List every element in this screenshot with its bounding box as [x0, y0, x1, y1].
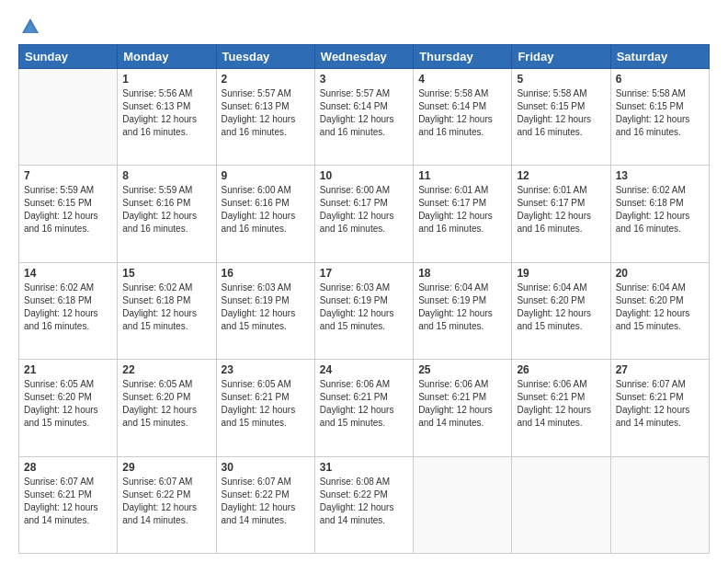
day-number: 25 [418, 363, 506, 376]
day-number: 24 [320, 363, 408, 376]
calendar-cell: 25Sunrise: 6:06 AMSunset: 6:21 PMDayligh… [414, 360, 512, 456]
day-number: 19 [517, 267, 605, 280]
day-info: Sunrise: 5:58 AMSunset: 6:14 PMDaylight:… [418, 87, 506, 139]
calendar-cell: 18Sunrise: 6:04 AMSunset: 6:19 PMDayligh… [414, 262, 512, 359]
calendar-header-thursday: Thursday [414, 45, 512, 69]
day-info: Sunrise: 5:57 AMSunset: 6:14 PMDaylight:… [320, 87, 408, 139]
day-number: 27 [616, 363, 704, 376]
day-number: 10 [320, 169, 408, 182]
calendar-cell [414, 456, 512, 553]
calendar-cell: 20Sunrise: 6:04 AMSunset: 6:20 PMDayligh… [610, 262, 709, 359]
calendar-week-row: 7Sunrise: 5:59 AMSunset: 6:15 PMDaylight… [19, 166, 710, 262]
day-info: Sunrise: 6:02 AMSunset: 6:18 PMDaylight:… [122, 282, 210, 333]
calendar-cell: 27Sunrise: 6:07 AMSunset: 6:21 PMDayligh… [610, 360, 709, 456]
day-number: 30 [222, 461, 310, 474]
calendar-cell: 15Sunrise: 6:02 AMSunset: 6:18 PMDayligh… [118, 262, 216, 359]
day-number: 17 [320, 267, 408, 280]
day-info: Sunrise: 6:08 AMSunset: 6:22 PMDaylight:… [320, 476, 408, 527]
day-number: 3 [320, 73, 408, 86]
day-info: Sunrise: 6:01 AMSunset: 6:17 PMDaylight:… [517, 184, 605, 236]
calendar-cell: 16Sunrise: 6:03 AMSunset: 6:19 PMDayligh… [216, 262, 314, 359]
day-number: 14 [24, 267, 112, 280]
day-number: 12 [517, 169, 605, 182]
logo-icon [20, 17, 40, 37]
day-info: Sunrise: 6:06 AMSunset: 6:21 PMDaylight:… [418, 378, 506, 430]
day-info: Sunrise: 5:59 AMSunset: 6:16 PMDaylight:… [122, 184, 210, 236]
day-number: 16 [222, 267, 310, 280]
day-number: 2 [222, 73, 310, 86]
day-number: 8 [122, 169, 210, 182]
calendar-header-sunday: Sunday [19, 45, 118, 69]
calendar-cell: 28Sunrise: 6:07 AMSunset: 6:21 PMDayligh… [19, 456, 118, 553]
day-number: 7 [24, 169, 112, 182]
calendar-cell: 26Sunrise: 6:06 AMSunset: 6:21 PMDayligh… [512, 360, 610, 456]
calendar-header-tuesday: Tuesday [216, 45, 314, 69]
logo [18, 17, 40, 37]
page-header [18, 17, 710, 37]
day-number: 22 [122, 363, 210, 376]
calendar-cell: 23Sunrise: 6:05 AMSunset: 6:21 PMDayligh… [216, 360, 314, 456]
calendar-cell: 30Sunrise: 6:07 AMSunset: 6:22 PMDayligh… [216, 456, 314, 553]
day-number: 21 [24, 363, 112, 376]
day-info: Sunrise: 6:05 AMSunset: 6:20 PMDaylight:… [24, 378, 112, 430]
day-info: Sunrise: 5:58 AMSunset: 6:15 PMDaylight:… [517, 87, 605, 139]
day-info: Sunrise: 6:05 AMSunset: 6:21 PMDaylight:… [222, 378, 310, 430]
day-info: Sunrise: 6:06 AMSunset: 6:21 PMDaylight:… [517, 378, 605, 430]
calendar-cell: 7Sunrise: 5:59 AMSunset: 6:15 PMDaylight… [19, 166, 118, 262]
calendar-cell: 21Sunrise: 6:05 AMSunset: 6:20 PMDayligh… [19, 360, 118, 456]
calendar-cell: 31Sunrise: 6:08 AMSunset: 6:22 PMDayligh… [314, 456, 413, 553]
calendar-cell: 19Sunrise: 6:04 AMSunset: 6:20 PMDayligh… [512, 262, 610, 359]
calendar-cell: 5Sunrise: 5:58 AMSunset: 6:15 PMDaylight… [512, 69, 610, 166]
calendar-header-monday: Monday [118, 45, 216, 69]
day-info: Sunrise: 6:04 AMSunset: 6:20 PMDaylight:… [517, 282, 605, 333]
calendar-cell: 17Sunrise: 6:03 AMSunset: 6:19 PMDayligh… [314, 262, 413, 359]
day-info: Sunrise: 6:00 AMSunset: 6:16 PMDaylight:… [222, 184, 310, 236]
calendar-header-row: SundayMondayTuesdayWednesdayThursdayFrid… [19, 45, 710, 69]
day-number: 18 [418, 267, 506, 280]
calendar-cell: 22Sunrise: 6:05 AMSunset: 6:20 PMDayligh… [118, 360, 216, 456]
day-info: Sunrise: 6:07 AMSunset: 6:22 PMDaylight:… [222, 476, 310, 527]
day-info: Sunrise: 6:07 AMSunset: 6:22 PMDaylight:… [122, 476, 210, 527]
day-info: Sunrise: 6:05 AMSunset: 6:20 PMDaylight:… [122, 378, 210, 430]
day-info: Sunrise: 6:02 AMSunset: 6:18 PMDaylight:… [616, 184, 704, 236]
day-number: 29 [122, 461, 210, 474]
day-number: 20 [616, 267, 704, 280]
day-info: Sunrise: 5:57 AMSunset: 6:13 PMDaylight:… [222, 87, 310, 139]
calendar-cell: 14Sunrise: 6:02 AMSunset: 6:18 PMDayligh… [19, 262, 118, 359]
day-info: Sunrise: 6:02 AMSunset: 6:18 PMDaylight:… [24, 282, 112, 333]
calendar-cell: 8Sunrise: 5:59 AMSunset: 6:16 PMDaylight… [118, 166, 216, 262]
day-info: Sunrise: 5:56 AMSunset: 6:13 PMDaylight:… [122, 87, 210, 139]
calendar-cell: 11Sunrise: 6:01 AMSunset: 6:17 PMDayligh… [414, 166, 512, 262]
day-info: Sunrise: 6:06 AMSunset: 6:21 PMDaylight:… [320, 378, 408, 430]
day-info: Sunrise: 5:59 AMSunset: 6:15 PMDaylight:… [24, 184, 112, 236]
day-number: 4 [418, 73, 506, 86]
calendar-cell: 10Sunrise: 6:00 AMSunset: 6:17 PMDayligh… [314, 166, 413, 262]
day-info: Sunrise: 6:01 AMSunset: 6:17 PMDaylight:… [418, 184, 506, 236]
calendar-cell: 29Sunrise: 6:07 AMSunset: 6:22 PMDayligh… [118, 456, 216, 553]
calendar-cell: 6Sunrise: 5:58 AMSunset: 6:15 PMDaylight… [610, 69, 709, 166]
calendar-cell [512, 456, 610, 553]
day-info: Sunrise: 6:03 AMSunset: 6:19 PMDaylight:… [320, 282, 408, 333]
calendar-cell: 2Sunrise: 5:57 AMSunset: 6:13 PMDaylight… [216, 69, 314, 166]
calendar-week-row: 14Sunrise: 6:02 AMSunset: 6:18 PMDayligh… [19, 262, 710, 359]
day-number: 13 [616, 169, 704, 182]
day-number: 6 [616, 73, 704, 86]
day-number: 28 [24, 461, 112, 474]
calendar-header-wednesday: Wednesday [314, 45, 413, 69]
calendar-cell [610, 456, 709, 553]
day-info: Sunrise: 6:04 AMSunset: 6:20 PMDaylight:… [616, 282, 704, 333]
day-number: 1 [122, 73, 210, 86]
day-number: 26 [517, 363, 605, 376]
day-info: Sunrise: 6:00 AMSunset: 6:17 PMDaylight:… [320, 184, 408, 236]
day-number: 31 [320, 461, 408, 474]
calendar-cell: 3Sunrise: 5:57 AMSunset: 6:14 PMDaylight… [314, 69, 413, 166]
day-number: 5 [517, 73, 605, 86]
day-number: 11 [418, 169, 506, 182]
calendar-header-friday: Friday [512, 45, 610, 69]
calendar-week-row: 28Sunrise: 6:07 AMSunset: 6:21 PMDayligh… [19, 456, 710, 553]
calendar-cell: 1Sunrise: 5:56 AMSunset: 6:13 PMDaylight… [118, 69, 216, 166]
day-info: Sunrise: 6:04 AMSunset: 6:19 PMDaylight:… [418, 282, 506, 333]
calendar-table: SundayMondayTuesdayWednesdayThursdayFrid… [18, 44, 710, 554]
calendar-cell: 13Sunrise: 6:02 AMSunset: 6:18 PMDayligh… [610, 166, 709, 262]
day-number: 9 [222, 169, 310, 182]
